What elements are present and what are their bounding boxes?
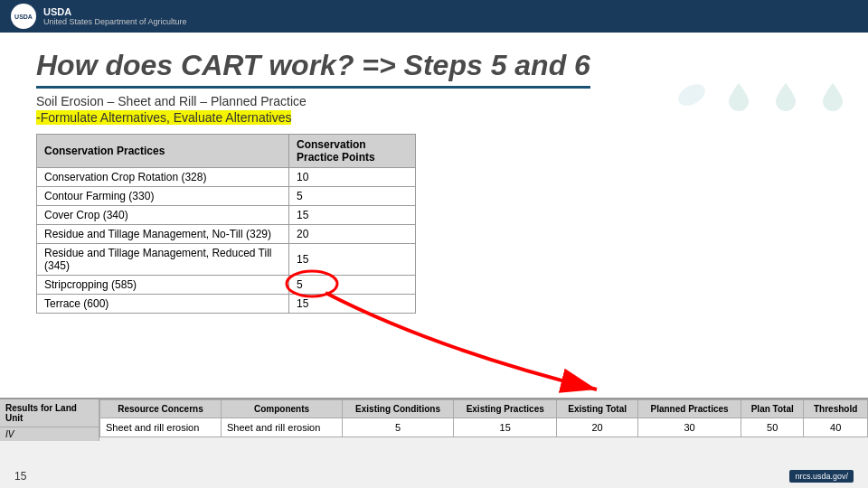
practice-points: 15 <box>289 206 416 225</box>
results-sublabel: IV <box>0 427 99 441</box>
usda-text: USDA <box>43 6 187 17</box>
practice-name: Contour Farming (330) <box>37 187 289 206</box>
plan-total: 50 <box>741 418 804 437</box>
results-col-header: Existing Conditions <box>343 400 454 418</box>
results-col-header: Resource Concerns <box>100 400 222 418</box>
practice-name: Stripcropping (585) <box>37 276 289 295</box>
table-row: Terrace (600) 15 <box>37 295 416 314</box>
existing-conditions: 5 <box>343 418 454 437</box>
col-header-practices: Conservation Practices <box>37 135 289 168</box>
results-table: Resource ConcernsComponentsExisting Cond… <box>99 399 868 437</box>
drop-icon-2 <box>769 78 803 112</box>
component: Sheet and rill erosion <box>222 418 343 437</box>
practice-points: 5 <box>289 187 416 206</box>
existing-practices: 15 <box>454 418 557 437</box>
results-col-header: Existing Practices <box>454 400 557 418</box>
practice-name: Cover Crop (340) <box>37 206 289 225</box>
page-number: 15 <box>14 470 26 483</box>
practice-points: 15 <box>289 295 416 314</box>
table-row: Residue and Tillage Management, Reduced … <box>37 244 416 276</box>
practice-name: Terrace (600) <box>37 295 289 314</box>
existing-total: 20 <box>557 418 638 437</box>
results-col-header: Plan Total <box>741 400 804 418</box>
leaf-icon <box>675 78 709 112</box>
table-row: Cover Crop (340) 15 <box>37 206 416 225</box>
usda-logo-icon: USDA <box>11 4 36 29</box>
table-row: Contour Farming (330) 5 <box>37 187 416 206</box>
results-bar: Results for Land Unit IV Resource Concer… <box>0 398 868 488</box>
results-row: Sheet and rill erosion Sheet and rill er… <box>100 418 868 437</box>
practice-name: Conservation Crop Rotation (328) <box>37 168 289 187</box>
usda-logo: USDA USDA United States Department of Ag… <box>11 4 187 29</box>
practice-points: 10 <box>289 168 416 187</box>
drop-icon-1 <box>722 78 756 112</box>
results-label: Results for Land Unit <box>0 399 99 427</box>
table-row: Conservation Crop Rotation (328) 10 <box>37 168 416 187</box>
results-col-header: Threshold <box>804 400 868 418</box>
table-row: Stripcropping (585) 5 <box>37 276 416 295</box>
threshold: 40 <box>804 418 868 437</box>
practice-name: Residue and Tillage Management, No-Till … <box>37 225 289 244</box>
results-main: Resource ConcernsComponentsExisting Cond… <box>99 399 868 441</box>
table-row: Residue and Tillage Management, No-Till … <box>37 225 416 244</box>
svg-point-0 <box>675 80 709 109</box>
footer-url: nrcs.usda.gov/ <box>789 470 854 483</box>
page-title: How does CART work? => Steps 5 and 6 <box>36 49 590 89</box>
practice-name: Residue and Tillage Management, Reduced … <box>37 244 289 276</box>
planned-practices: 30 <box>637 418 741 437</box>
main-content: How does CART work? => Steps 5 and 6 Soi… <box>0 33 868 314</box>
drop-icon-3 <box>816 78 850 112</box>
practices-table-container: Conservation Practices Conservation Prac… <box>36 134 832 314</box>
practices-table: Conservation Practices Conservation Prac… <box>36 134 416 314</box>
results-wrapper: Results for Land Unit IV Resource Concer… <box>0 399 868 441</box>
col-header-points: Conservation Practice Points <box>289 135 416 168</box>
results-col-header: Components <box>222 400 343 418</box>
subtitle2-highlighted: -Formulate Alternatives, Evaluate Altern… <box>36 110 291 125</box>
practice-points: 5 <box>289 276 416 295</box>
decoration-icons <box>675 78 850 112</box>
results-col-header: Planned Practices <box>637 400 741 418</box>
subtitle2: -Formulate Alternatives, Evaluate Altern… <box>36 110 832 125</box>
results-col-header: Existing Total <box>557 400 638 418</box>
practice-points: 15 <box>289 244 416 276</box>
practice-points: 20 <box>289 225 416 244</box>
resource-concern: Sheet and rill erosion <box>100 418 222 437</box>
usda-subtext: United States Department of Agriculture <box>43 17 187 26</box>
top-bar: USDA USDA United States Department of Ag… <box>0 0 868 33</box>
